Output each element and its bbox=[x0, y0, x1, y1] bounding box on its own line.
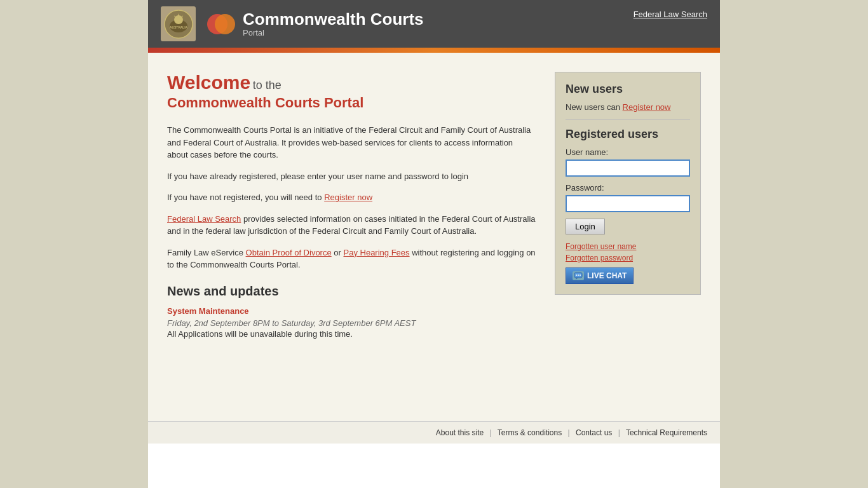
courts-logo-text: Commonwealth Courts Portal bbox=[243, 10, 424, 38]
news-item-date: Friday, 2nd September 8PM to Saturday, 3… bbox=[167, 318, 536, 328]
header-left: AUSTRALIA Commonwealth Courts Portal bbox=[161, 6, 424, 41]
panel-divider bbox=[566, 119, 690, 120]
forgotten-username-link[interactable]: Forgotten user name bbox=[566, 242, 690, 251]
federal-law-para: Federal Law Search provides selected inf… bbox=[167, 213, 536, 238]
footer: About this site | Terms & conditions | C… bbox=[148, 421, 720, 444]
news-item-title: System Maintenance bbox=[167, 306, 536, 316]
svg-point-2 bbox=[174, 15, 183, 24]
registered-users-heading: Registered users bbox=[566, 128, 690, 141]
new-users-text: New users can Register now bbox=[566, 102, 690, 112]
svg-point-12 bbox=[578, 274, 579, 276]
welcome-big-text: Welcome bbox=[167, 72, 250, 93]
forgotten-password-link[interactable]: Forgotten password bbox=[566, 254, 690, 262]
page-wrapper: AUSTRALIA Commonwealth Courts Portal bbox=[148, 0, 720, 488]
login-para: If you have already registered, please e… bbox=[167, 170, 536, 183]
coat-of-arms-logo: AUSTRALIA bbox=[161, 6, 196, 41]
footer-terms-link[interactable]: Terms & conditions bbox=[498, 428, 562, 437]
svg-point-13 bbox=[580, 274, 581, 276]
site-title: Commonwealth Courts bbox=[243, 10, 424, 29]
register-para: If you have not registered, you will nee… bbox=[167, 191, 536, 204]
federal-law-search-link[interactable]: Federal Law Search bbox=[634, 10, 707, 19]
family-law-para: Family Law eService Obtain Proof of Divo… bbox=[167, 247, 536, 271]
news-section: News and updates System Maintenance Frid… bbox=[167, 284, 536, 339]
username-input[interactable] bbox=[566, 159, 690, 177]
login-button[interactable]: Login bbox=[566, 219, 605, 234]
courts-logo: Commonwealth Courts Portal bbox=[206, 9, 424, 39]
new-users-heading: New users bbox=[566, 83, 690, 96]
pay-hearing-fees-link[interactable]: Pay Hearing Fees bbox=[344, 248, 410, 257]
live-chat-button[interactable]: LIVE CHAT bbox=[566, 268, 634, 284]
site-subtitle: Portal bbox=[243, 28, 264, 37]
header-right: Federal Law Search bbox=[634, 6, 707, 19]
portal-name-text: Commonwealth Courts Portal bbox=[167, 95, 536, 111]
courts-logo-icon bbox=[206, 9, 236, 39]
welcome-heading: Welcome to the Commonwealth Courts Porta… bbox=[167, 72, 536, 111]
header: AUSTRALIA Commonwealth Courts Portal bbox=[148, 0, 720, 53]
svg-point-11 bbox=[576, 274, 577, 276]
left-section: Welcome to the Commonwealth Courts Porta… bbox=[167, 72, 536, 402]
main-content: Welcome to the Commonwealth Courts Porta… bbox=[148, 53, 720, 421]
welcome-small-text: to the bbox=[253, 79, 281, 92]
password-label: Password: bbox=[566, 183, 690, 193]
federal-law-search-content-link[interactable]: Federal Law Search bbox=[167, 214, 241, 224]
chat-icon bbox=[573, 271, 584, 280]
register-now-link[interactable]: Register now bbox=[324, 193, 372, 202]
news-item-desc: All Applications will be unavailable dur… bbox=[167, 329, 536, 339]
password-input[interactable] bbox=[566, 195, 690, 212]
svg-text:AUSTRALIA: AUSTRALIA bbox=[170, 25, 187, 29]
footer-contact-link[interactable]: Contact us bbox=[576, 428, 612, 437]
news-item: System Maintenance Friday, 2nd September… bbox=[167, 306, 536, 339]
obtain-proof-link[interactable]: Obtain Proof of Divorce bbox=[246, 248, 332, 257]
username-label: User name: bbox=[566, 147, 690, 157]
right-section: New users New users can Register now Reg… bbox=[555, 72, 701, 402]
live-chat-label: LIVE CHAT bbox=[587, 271, 627, 280]
intro-para: The Commonwealth Courts Portal is an ini… bbox=[167, 124, 536, 161]
news-heading: News and updates bbox=[167, 284, 536, 299]
panel-register-link[interactable]: Register now bbox=[623, 102, 671, 112]
footer-about-link[interactable]: About this site bbox=[436, 428, 484, 437]
orange-bar bbox=[148, 48, 720, 53]
login-panel: New users New users can Register now Reg… bbox=[555, 72, 701, 295]
footer-technical-link[interactable]: Technical Requirements bbox=[626, 428, 707, 437]
svg-point-8 bbox=[215, 14, 235, 34]
